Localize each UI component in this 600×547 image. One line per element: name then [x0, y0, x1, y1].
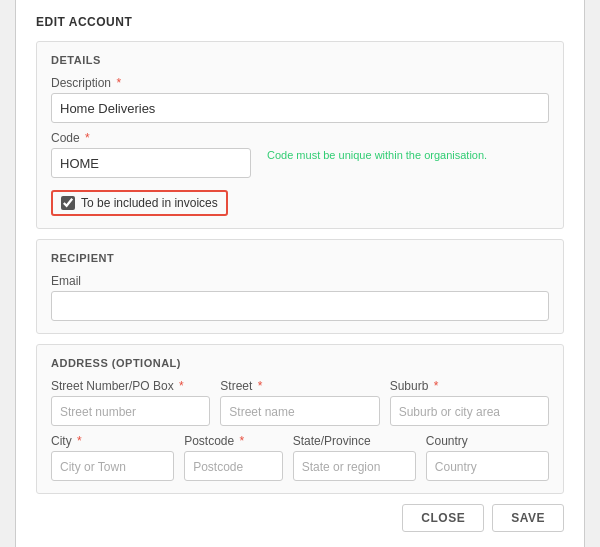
postcode-label: Postcode * [184, 434, 283, 448]
street-label: Street * [220, 379, 379, 393]
description-input[interactable] [51, 93, 549, 123]
include-invoices-checkbox[interactable] [61, 196, 75, 210]
code-field-group: Code * [51, 131, 251, 178]
details-section: DETAILS Description * Code * Code must b… [36, 41, 564, 229]
email-input[interactable] [51, 291, 549, 321]
recipient-section: RECIPIENT Email [36, 239, 564, 334]
code-input[interactable] [51, 148, 251, 178]
address-section-title: ADDRESS (OPTIONAL) [51, 357, 549, 369]
street-number-field-group: Street Number/PO Box * [51, 379, 210, 426]
address-bottom-row: City * Postcode * State/Province Country [51, 434, 549, 481]
footer: CLOSE SAVE [36, 504, 564, 532]
address-section: ADDRESS (OPTIONAL) Street Number/PO Box … [36, 344, 564, 494]
code-row: Code * Code must be unique within the or… [51, 131, 549, 178]
state-field-group: State/Province [293, 434, 416, 481]
postcode-field-group: Postcode * [184, 434, 283, 481]
street-field-group: Street * [220, 379, 379, 426]
street-number-label: Street Number/PO Box * [51, 379, 210, 393]
city-field-group: City * [51, 434, 174, 481]
description-label: Description * [51, 76, 549, 90]
city-input[interactable] [51, 451, 174, 481]
checkbox-label: To be included in invoices [81, 196, 218, 210]
close-button[interactable]: CLOSE [402, 504, 484, 532]
city-label: City * [51, 434, 174, 448]
street-input[interactable] [220, 396, 379, 426]
country-input[interactable] [426, 451, 549, 481]
postcode-input[interactable] [184, 451, 283, 481]
country-label: Country [426, 434, 549, 448]
suburb-label: Suburb * [390, 379, 549, 393]
edit-account-modal: EDIT ACCOUNT DETAILS Description * Code … [15, 0, 585, 547]
email-field-group: Email [51, 274, 549, 321]
state-label: State/Province [293, 434, 416, 448]
state-input[interactable] [293, 451, 416, 481]
code-hint: Code must be unique within the organisat… [261, 149, 487, 161]
code-label: Code * [51, 131, 251, 145]
country-field-group: Country [426, 434, 549, 481]
suburb-field-group: Suburb * [390, 379, 549, 426]
street-number-input[interactable] [51, 396, 210, 426]
description-field-group: Description * [51, 76, 549, 123]
modal-title: EDIT ACCOUNT [36, 15, 564, 29]
checkbox-wrapper[interactable]: To be included in invoices [51, 190, 228, 216]
save-button[interactable]: SAVE [492, 504, 564, 532]
details-section-title: DETAILS [51, 54, 549, 66]
address-top-row: Street Number/PO Box * Street * Suburb * [51, 379, 549, 426]
recipient-section-title: RECIPIENT [51, 252, 549, 264]
suburb-input[interactable] [390, 396, 549, 426]
email-label: Email [51, 274, 549, 288]
